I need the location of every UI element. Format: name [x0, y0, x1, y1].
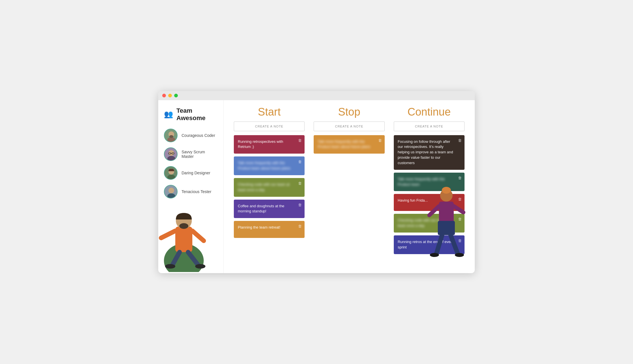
svg-point-16: [179, 223, 188, 229]
create-note-start[interactable]: CREATE A NOTE: [234, 122, 305, 131]
svg-line-29: [454, 206, 463, 212]
delete-icon[interactable]: 🗑: [298, 202, 302, 208]
member-name-daring-designer: Daring Designer: [182, 171, 210, 175]
svg-line-31: [451, 235, 458, 254]
note-text: Coffee and doughnuts at the morning stan…: [238, 204, 284, 214]
sidebar: 👥 Team Awesome Courageous Coder: [158, 100, 224, 273]
member-name-savvy-scrum-master: Savvy Scrum Master: [182, 150, 218, 159]
svg-point-21: [165, 264, 175, 269]
column-start: Start CREATE A NOTE Running retrospectiv…: [229, 106, 309, 267]
member-item[interactable]: Daring Designer: [164, 166, 218, 180]
maximize-button[interactable]: [174, 94, 178, 97]
column-title-stop: Stop: [314, 106, 384, 118]
minimize-button[interactable]: [168, 94, 172, 97]
note-card: Planning the team retreat! 🗑: [234, 221, 305, 238]
team-header: 👥 Team Awesome: [164, 107, 218, 122]
svg-point-24: [442, 187, 451, 194]
svg-point-3: [169, 135, 173, 138]
illustration-man: [158, 181, 212, 273]
create-note-continue[interactable]: CREATE A NOTE: [394, 122, 465, 131]
note-text: Planning the team retreat!: [238, 225, 280, 229]
note-text: Focusing on follow through after our ret…: [398, 139, 453, 165]
member-name-courageous-coder: Courageous Coder: [182, 133, 215, 138]
svg-point-33: [455, 253, 464, 257]
main-content: 👥 Team Awesome Courageous Coder: [158, 100, 475, 273]
member-item[interactable]: Savvy Scrum Master: [164, 147, 218, 161]
team-icon: 👥: [164, 110, 173, 119]
columns-area: Start CREATE A NOTE Running retrospectiv…: [224, 100, 475, 273]
app-window: 👥 Team Awesome Courageous Coder: [158, 91, 475, 273]
delete-icon[interactable]: 🗑: [298, 138, 302, 143]
title-bar: [158, 91, 475, 100]
delete-icon[interactable]: 🗑: [458, 138, 462, 143]
svg-point-5: [167, 156, 175, 161]
note-card: Talk more frequently with the Product te…: [314, 135, 384, 154]
avatar-daring-designer: [164, 166, 178, 180]
note-card: Coffee and doughnuts at the morning stan…: [234, 200, 305, 218]
note-text: Checking code with our team at least onc…: [238, 182, 290, 192]
svg-point-10: [167, 175, 175, 180]
avatar-savvy-scrum-master: [164, 147, 178, 161]
svg-line-30: [436, 235, 442, 254]
svg-point-32: [430, 253, 439, 257]
column-continue: Continue CREATE A NOTE Focusing on follo…: [389, 106, 469, 267]
delete-icon[interactable]: 🗑: [298, 159, 302, 165]
note-text: Talk more frequently with the Product te…: [318, 139, 370, 149]
svg-point-4: [168, 150, 174, 156]
svg-point-22: [195, 264, 205, 269]
delete-icon[interactable]: 🗑: [458, 175, 462, 181]
note-text: Running retrospectives with Retrium ;): [238, 139, 283, 149]
note-card: Running retrospectives with Retrium ;) 🗑: [234, 135, 305, 154]
svg-rect-27: [438, 221, 455, 235]
member-item[interactable]: Courageous Coder: [164, 129, 218, 142]
avatar-courageous-coder: [164, 129, 178, 142]
delete-icon[interactable]: 🗑: [298, 224, 302, 229]
svg-line-28: [429, 206, 439, 215]
column-title-continue: Continue: [394, 106, 465, 118]
note-text: Talk more frequently with the Product te…: [238, 161, 290, 170]
note-card: Checking code with our team at least onc…: [234, 178, 305, 197]
note-card: Talk more frequently with the Product te…: [234, 156, 305, 175]
svg-rect-26: [439, 202, 454, 223]
svg-line-17: [161, 231, 175, 238]
column-title-start: Start: [234, 106, 305, 118]
svg-line-18: [192, 231, 204, 241]
column-stop: Stop CREATE A NOTE Talk more frequently …: [309, 106, 389, 267]
note-text: Having fun Frida...: [398, 198, 428, 202]
note-card: Focusing on follow through after our ret…: [394, 135, 465, 170]
illustration-woman: [424, 181, 469, 267]
delete-icon[interactable]: 🗑: [378, 138, 382, 143]
create-note-stop[interactable]: CREATE A NOTE: [314, 122, 384, 131]
team-name: Team Awesome: [176, 107, 218, 122]
close-button[interactable]: [162, 94, 166, 97]
svg-rect-14: [175, 227, 192, 252]
delete-icon[interactable]: 🗑: [298, 181, 302, 186]
